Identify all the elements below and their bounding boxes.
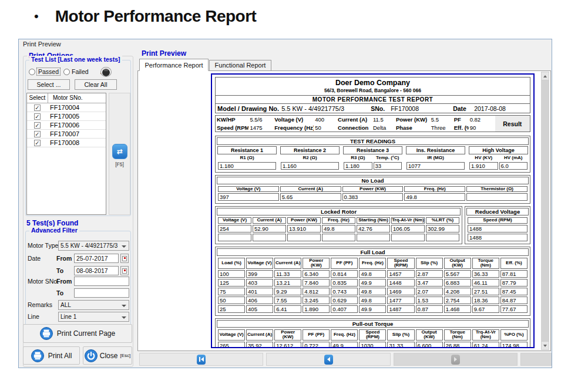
refresh-icon[interactable]: ⇄ [112,144,127,159]
date-to-input[interactable]: 08-08-2017 [74,266,119,275]
report-column-header: PF (PF) [331,258,358,269]
remarks-label: Remarks [28,301,52,308]
radio-passed-circle[interactable] [29,69,35,75]
report-cell: 50 [218,296,245,304]
nameplate-label: Connection [337,124,372,132]
report-column-header: Voltage (V) [246,258,273,269]
locked-rotor-title: Locked Rotor [217,208,461,215]
tab-functional-report[interactable]: Functional Report [209,60,271,71]
report-cell: 1.180 [218,162,276,170]
radio-failed-circle[interactable] [63,69,70,75]
power-icon [85,349,98,362]
clear-all-button[interactable]: Clear All [75,79,117,90]
select-button[interactable]: Select ... [28,79,70,90]
date-from-input[interactable]: 25-07-2017 [74,254,119,263]
motor-sno-to-input[interactable] [74,288,129,298]
row-checkbox[interactable]: ✓ [34,131,41,137]
report-cell: 52.90 [253,225,286,233]
radio-passed[interactable]: Passed [29,68,60,75]
first-page-button[interactable] [139,353,263,366]
test-list-row: ✓FF170006 [27,121,106,130]
report-column-header: HV (KV) [469,156,498,161]
report-cell: 27.51 [472,288,499,295]
scrollbar-thumb[interactable] [541,80,549,341]
nameplate-value: 5.5 [430,116,453,124]
printer-icon [31,349,44,362]
test-list-label: Test List [Last one week tests] [29,56,122,63]
reduced-voltage-section: Reduced Voltage Speed (RPM)14881488 [465,206,530,244]
scroll-down-icon[interactable] [541,341,549,350]
report-cell: 9.67 [472,305,499,313]
report-cell: 403 [246,279,273,287]
report-cell: 1469 [387,288,414,295]
close-button[interactable]: Close [Esc] [83,346,132,365]
report-cell: 35.92 [246,342,273,349]
group-title: High Voltage [469,146,528,154]
report-column-header: Slip (%) [387,329,414,341]
report-row: 1.160 [281,162,339,170]
nameplate-value: Delta [372,124,395,132]
row-checkbox[interactable]: ✓ [34,105,41,111]
date-from-calendar-icon[interactable] [120,254,129,263]
report-cell: 6.41 [274,305,301,313]
line-label: Line [28,313,39,320]
motor-sno-value: FF170005 [48,113,79,120]
report-cell [466,193,527,201]
report-date-value: 2017-08-08 [474,105,528,112]
motor-sno-from-input[interactable] [74,277,129,286]
remarks-select[interactable]: ALL [58,300,129,310]
report-column-header: Power (KW) [274,329,301,341]
window-title: Print Preview [23,41,61,48]
report-cell: 1.890 [303,305,330,313]
report-cell: 0.722 [303,342,330,349]
tab-performance-report[interactable]: Performance Report [139,59,209,71]
report-cell: 1487 [387,305,414,313]
report-column-header: Voltage (V) [218,217,251,224]
nameplate-value: Three [430,124,453,132]
line-select[interactable]: Line 1 [58,312,129,322]
motor-type-select[interactable]: 5.5 KW - 4/4921775/3 [58,241,129,251]
row-checkbox[interactable]: ✓ [34,140,41,146]
date-to-calendar-icon[interactable] [120,266,129,275]
report-column-header: Speed (RPM) [468,217,527,224]
previous-page-button[interactable] [266,353,391,366]
test-list-row: ✓FF170007 [27,130,106,139]
nameplate-value: 5.5/6 [248,116,273,124]
refresh-hint: [F5] [109,161,130,167]
report-cell: 1477 [387,296,414,304]
pull-out-torque-title: Pull-out Torque [217,320,529,328]
report-row: 254056.411.8900.40749.914870.871.4689.67… [218,305,527,313]
print-current-page-button[interactable]: Print Current Page [23,324,132,343]
row-checkbox[interactable]: ✓ [34,113,41,120]
radio-all-circle[interactable] [100,67,112,77]
next-page-button[interactable] [394,353,518,366]
report-row: 1.180 [218,162,276,170]
nameplate-row: Speed (RPM)1475Frequency (Hz)50Connectio… [216,124,530,132]
locked-rotor-section: Locked Rotor Voltage (V)Current (A)Power… [215,206,462,244]
radio-failed[interactable]: Failed [63,68,89,75]
radio-all[interactable]: All [100,68,107,75]
report-column-header: Trq-At-Vr (Nm) [472,329,499,341]
scroll-up-icon[interactable] [541,72,549,80]
print-all-button[interactable]: Print All [23,346,80,365]
report-cell: 42.76 [357,225,390,233]
report-cell: 49.9 [359,305,386,313]
report-cell: 265 [218,342,245,349]
report-column-header: Starting (Nm) [357,217,390,224]
report-cell: 6.883 [444,279,471,287]
test-list-row: ✓FF170008 [27,139,106,147]
last-page-button[interactable] [520,353,552,366]
report-column-header: Slip (%) [416,258,443,269]
report-column-header: Eff. (%) [500,258,527,269]
row-checkbox[interactable]: ✓ [34,122,41,129]
report-cell: 106.05 [391,225,425,233]
nameplate-value: 90 [469,124,495,132]
printer-icon [40,327,53,340]
report-cell: 49.8 [322,225,355,233]
report-cell: 87.81 [500,270,527,278]
test-list-row: ✓FF170005 [27,112,106,121]
report-row: 1077 [406,162,465,170]
report-cell: 1030 [359,342,386,349]
preview-scrollbar[interactable] [541,72,549,350]
full-load-section: Full Load Load (%)Voltage (V)Current (A)… [215,247,530,316]
